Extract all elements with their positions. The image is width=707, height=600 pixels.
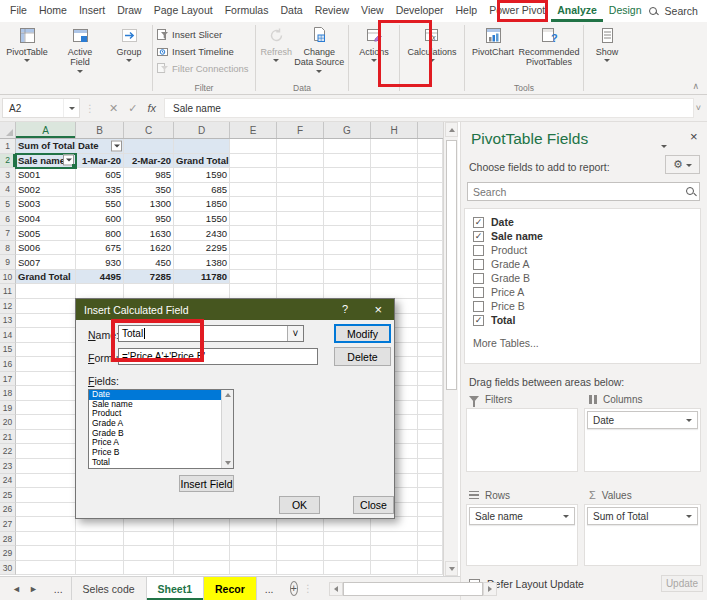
cell-B27[interactable] — [76, 517, 124, 532]
row-header-23[interactable]: 23 — [0, 459, 16, 474]
cell-D7[interactable]: 2430 — [174, 226, 230, 241]
select-all-corner[interactable] — [0, 122, 16, 138]
cell-E1[interactable] — [230, 139, 277, 154]
row-header-27[interactable]: 27 — [0, 517, 16, 532]
checkbox-price-a[interactable] — [473, 287, 484, 298]
row-header-21[interactable]: 21 — [0, 430, 16, 445]
expand-formula-bar-icon[interactable]: ˅ — [696, 103, 707, 113]
dialog-field-option-price-b[interactable]: Price B — [89, 448, 233, 458]
cell-A6[interactable]: S004 — [16, 212, 76, 227]
search-button[interactable]: Search — [648, 5, 698, 17]
cell-A23[interactable] — [16, 459, 76, 474]
vertical-scrollbar-thumb[interactable] — [446, 140, 457, 390]
row-header-28[interactable]: 28 — [0, 532, 16, 547]
cell-A15[interactable] — [16, 343, 76, 358]
cell-G7[interactable] — [324, 226, 371, 241]
menu-tab-developer[interactable]: Developer — [390, 0, 450, 22]
modify-button[interactable]: Modify — [334, 324, 391, 343]
cell-C5[interactable]: 1300 — [124, 197, 174, 212]
row-header-4[interactable]: 4 — [0, 183, 16, 198]
cell-C7[interactable]: 1630 — [124, 226, 174, 241]
pane-field-grade-a[interactable]: Grade A — [465, 257, 700, 271]
cell-G3[interactable] — [324, 168, 371, 183]
cell-H7[interactable] — [371, 226, 418, 241]
delete-button[interactable]: Delete — [334, 347, 391, 366]
cell-C3[interactable]: 985 — [124, 168, 174, 183]
insert-slicer-button[interactable]: Insert Slicer — [156, 27, 249, 42]
search-input[interactable] — [467, 182, 700, 201]
pivottable-button[interactable]: PivotTable — [3, 24, 51, 62]
row-header-6[interactable]: 6 — [0, 212, 16, 227]
column-header-C[interactable]: C — [124, 122, 174, 138]
row-header-30[interactable]: 30 — [0, 561, 16, 576]
cell-G27[interactable] — [324, 517, 371, 532]
cell-E28[interactable] — [230, 532, 277, 547]
cell-F10[interactable] — [277, 270, 324, 285]
row-header-3[interactable]: 3 — [0, 168, 16, 183]
row-header-1[interactable]: 1 — [0, 139, 16, 154]
scroll-up-icon[interactable] — [225, 393, 231, 397]
column-header-B[interactable]: B — [76, 122, 124, 138]
checkbox-total[interactable]: ✓ — [473, 315, 484, 326]
checkbox-grade-a[interactable] — [473, 259, 484, 270]
cell-A12[interactable] — [16, 299, 76, 314]
cell-F5[interactable] — [277, 197, 324, 212]
column-header-D[interactable]: D — [174, 122, 230, 138]
horizontal-scrollbar[interactable] — [329, 582, 497, 596]
cell-F6[interactable] — [277, 212, 324, 227]
cell-A10[interactable]: Grand Total — [16, 270, 76, 285]
sheet-tab-seles-code[interactable]: Seles code — [72, 577, 147, 600]
pane-field-date[interactable]: ✓Date — [465, 215, 700, 229]
cell-F11[interactable] — [277, 284, 324, 299]
menu-tab-data[interactable]: Data — [274, 0, 308, 22]
cell-C30[interactable] — [124, 561, 174, 576]
insert-timeline-button[interactable]: Insert Timeline — [156, 44, 249, 59]
name-combo-arrow-icon[interactable]: ˅ — [287, 326, 303, 341]
cell-A29[interactable] — [16, 546, 76, 561]
collapse-ribbon-icon[interactable]: ∧ — [692, 81, 699, 91]
pane-field-sale-name[interactable]: ✓Sale name — [465, 229, 700, 243]
close-button[interactable]: Close — [353, 496, 394, 514]
cell-H28[interactable] — [371, 532, 418, 547]
cell-A28[interactable] — [16, 532, 76, 547]
cell-H3[interactable] — [371, 168, 418, 183]
cell-B8[interactable]: 675 — [76, 241, 124, 256]
cell-A25[interactable] — [16, 488, 76, 503]
cell-B1[interactable]: Date — [76, 139, 124, 154]
menu-tab-draw[interactable]: Draw — [111, 0, 148, 22]
cell-B6[interactable]: 600 — [76, 212, 124, 227]
row-header-25[interactable]: 25 — [0, 488, 16, 503]
cell-C6[interactable]: 950 — [124, 212, 174, 227]
row-header-16[interactable]: 16 — [0, 357, 16, 372]
cell-G1[interactable] — [324, 139, 371, 154]
cell-H5[interactable] — [371, 197, 418, 212]
active-field-button[interactable]: Active Field — [57, 24, 103, 73]
cell-H8[interactable] — [371, 241, 418, 256]
formula-input-field[interactable]: ='Price A'+'Price B' — [118, 348, 318, 365]
cell-D11[interactable] — [174, 284, 230, 299]
cell-G10[interactable] — [324, 270, 371, 285]
cancel-icon[interactable]: ✕ — [109, 102, 118, 115]
cell-C8[interactable]: 1620 — [124, 241, 174, 256]
calculations-button[interactable]: fx Calculations — [403, 24, 461, 62]
cell-C9[interactable]: 450 — [124, 255, 174, 270]
menu-tab-home[interactable]: Home — [33, 0, 73, 22]
name-box-arrow-icon[interactable] — [63, 99, 79, 117]
row-header-2[interactable]: 2 — [0, 154, 16, 169]
row-header-15[interactable]: 15 — [0, 343, 16, 358]
cell-A11[interactable] — [16, 284, 76, 299]
menu-tab-power-pivot[interactable]: Power Pivot — [483, 0, 551, 22]
cell-E27[interactable] — [230, 517, 277, 532]
cell-B30[interactable] — [76, 561, 124, 576]
cell-A30[interactable] — [16, 561, 76, 576]
field-chip-sale-name[interactable]: Sale name — [469, 507, 575, 525]
cell-A13[interactable] — [16, 314, 76, 329]
sheet-overflow-left[interactable]: ... — [46, 577, 72, 600]
cell-C11[interactable] — [124, 284, 174, 299]
cell-D9[interactable]: 1380 — [174, 255, 230, 270]
cell-H4[interactable] — [371, 183, 418, 198]
cell-D28[interactable] — [174, 532, 230, 547]
cell-H27[interactable] — [371, 517, 418, 532]
cell-E5[interactable] — [230, 197, 277, 212]
row-header-7[interactable]: 7 — [0, 226, 16, 241]
